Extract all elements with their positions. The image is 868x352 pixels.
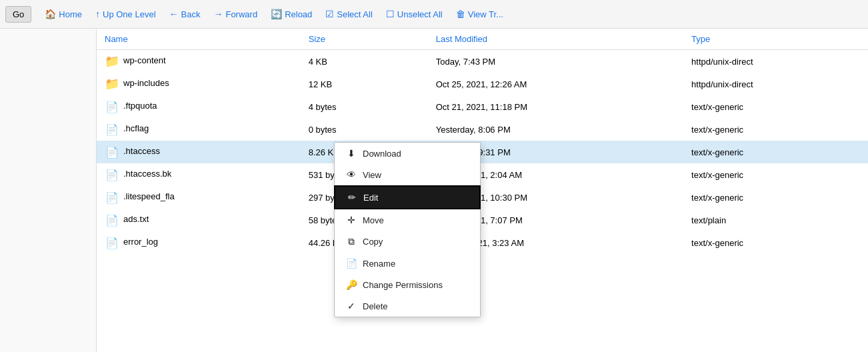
file-type: text/plain (683, 209, 868, 231)
file-name[interactable]: 📄.ftpquota (97, 95, 301, 118)
file-icon: 📄 (105, 190, 119, 205)
download-icon: ⬇ (345, 148, 357, 159)
edit-icon: ✏ (346, 192, 358, 203)
file-size: 12 KB (301, 73, 428, 95)
up-one-level-button[interactable]: ↑ Up One Level (90, 6, 161, 22)
main-layout: Name Size Last Modified Type 📁wp-content… (0, 29, 868, 352)
context-menu-item-copy[interactable]: ⧉ Copy (335, 231, 480, 253)
file-type: text/x-generic (683, 186, 868, 209)
file-name[interactable]: 📄.htaccess (97, 141, 301, 163)
file-icon: 📄 (105, 145, 119, 159)
table-header: Name Size Last Modified Type (97, 29, 868, 50)
select-all-button[interactable]: ☑ Select All (320, 6, 377, 22)
table-row[interactable]: 📄.litespeed_fla 297 bytes Oct 27, 2021, … (97, 186, 868, 209)
context-menu-item-edit[interactable]: ✏ Edit (334, 185, 481, 209)
context-menu: ⬇ Download 👁 View ✏ Edit ✛ Move ⧉ Copy 📄… (334, 142, 481, 317)
file-icon: 📄 (105, 167, 119, 182)
select-all-icon: ☑ (325, 9, 334, 19)
go-button[interactable]: Go (5, 6, 31, 23)
copy-icon: ⧉ (345, 236, 357, 247)
toolbar: Go 🏠 Home ↑ Up One Level ← Back → Forwar… (0, 0, 868, 29)
file-icon: 📄 (105, 99, 119, 114)
file-name[interactable]: 📄.htaccess.bk (97, 163, 301, 186)
file-size: 4 bytes (301, 95, 428, 118)
file-name[interactable]: 📁wp-content (97, 50, 301, 73)
file-icon: 📄 (105, 235, 119, 250)
view-trash-button[interactable]: 🗑 View Tr... (451, 6, 509, 22)
col-type[interactable]: Type (683, 29, 868, 50)
table-row[interactable]: 📄error_log 44.26 KB Nov 14, 2021, 3:23 A… (97, 231, 868, 254)
trash-icon: 🗑 (456, 9, 465, 19)
table-row[interactable]: 📄.htaccess.bk 531 bytes Oct 25, 2021, 2:… (97, 163, 868, 186)
unselect-all-button[interactable]: ☐ Unselect All (381, 6, 448, 22)
permissions-icon: 🔑 (345, 279, 357, 290)
reload-button[interactable]: 🔄 Reload (265, 6, 317, 22)
folder-icon: 📁 (105, 54, 119, 69)
table-row[interactable]: 📄.htaccess 8.26 KB Yesterday, 9:31 PM te… (97, 141, 868, 163)
home-icon: 🏠 (45, 9, 56, 19)
table-row[interactable]: 📄.ftpquota 4 bytes Oct 21, 2021, 11:18 P… (97, 95, 868, 118)
folder-icon: 📁 (105, 77, 119, 91)
table-row[interactable]: 📁wp-includes 12 KB Oct 25, 2021, 12:26 A… (97, 73, 868, 95)
context-menu-label: Move (363, 215, 384, 225)
file-area[interactable]: Name Size Last Modified Type 📁wp-content… (97, 29, 868, 352)
context-menu-item-download[interactable]: ⬇ Download (335, 143, 480, 164)
sidebar (0, 29, 97, 352)
file-type: text/x-generic (683, 163, 868, 186)
file-icon: 📄 (105, 213, 119, 227)
context-menu-item-permissions[interactable]: 🔑 Change Permissions (335, 274, 480, 295)
file-table: Name Size Last Modified Type 📁wp-content… (97, 29, 868, 254)
back-button[interactable]: ← Back (164, 6, 206, 22)
file-modified: Oct 21, 2021, 11:18 PM (428, 95, 683, 118)
view-icon: 👁 (345, 169, 357, 180)
context-menu-item-view[interactable]: 👁 View (335, 164, 480, 185)
file-size: 4 KB (301, 50, 428, 73)
context-menu-label: Copy (363, 237, 383, 247)
file-type: text/x-generic (683, 141, 868, 163)
file-size: 0 bytes (301, 118, 428, 141)
col-size[interactable]: Size (301, 29, 428, 50)
context-menu-label: Rename (363, 259, 395, 269)
table-row[interactable]: 📄ads.txt 58 bytes Oct 26, 2021, 7:07 PM … (97, 209, 868, 231)
file-type: text/x-generic (683, 231, 868, 254)
file-modified: Yesterday, 8:06 PM (428, 118, 683, 141)
col-name[interactable]: Name (97, 29, 301, 50)
context-menu-label: Edit (363, 193, 378, 203)
context-menu-label: Change Permissions (363, 280, 443, 290)
forward-icon: → (213, 9, 223, 19)
back-icon: ← (169, 9, 179, 19)
context-menu-item-move[interactable]: ✛ Move (335, 209, 480, 231)
forward-button[interactable]: → Forward (208, 6, 263, 22)
table-row[interactable]: 📄.hcflag 0 bytes Yesterday, 8:06 PM text… (97, 118, 868, 141)
file-name[interactable]: 📁wp-includes (97, 73, 301, 95)
file-type: httpd/unix-direct (683, 73, 868, 95)
home-button[interactable]: 🏠 Home (39, 6, 87, 22)
file-name[interactable]: 📄ads.txt (97, 209, 301, 231)
context-menu-item-delete[interactable]: ✓ Delete (335, 295, 480, 317)
move-icon: ✛ (345, 215, 357, 225)
context-menu-label: Delete (363, 301, 388, 311)
rename-icon: 📄 (345, 258, 357, 269)
table-row[interactable]: 📁wp-content 4 KB Today, 7:43 PM httpd/un… (97, 50, 868, 73)
file-type: text/x-generic (683, 118, 868, 141)
file-name[interactable]: 📄.hcflag (97, 118, 301, 141)
file-name[interactable]: 📄.litespeed_fla (97, 186, 301, 209)
context-menu-label: Download (363, 149, 401, 159)
context-menu-item-rename[interactable]: 📄 Rename (335, 253, 480, 274)
unselect-all-icon: ☐ (386, 9, 395, 19)
up-icon: ↑ (95, 9, 100, 19)
delete-icon: ✓ (345, 301, 357, 311)
reload-icon: 🔄 (271, 9, 282, 19)
col-modified[interactable]: Last Modified (428, 29, 683, 50)
file-modified: Oct 25, 2021, 12:26 AM (428, 73, 683, 95)
file-modified: Today, 7:43 PM (428, 50, 683, 73)
file-type: text/x-generic (683, 95, 868, 118)
file-name[interactable]: 📄error_log (97, 231, 301, 254)
file-icon: 📄 (105, 122, 119, 137)
context-menu-label: View (363, 170, 381, 180)
file-type: httpd/unix-direct (683, 50, 868, 73)
